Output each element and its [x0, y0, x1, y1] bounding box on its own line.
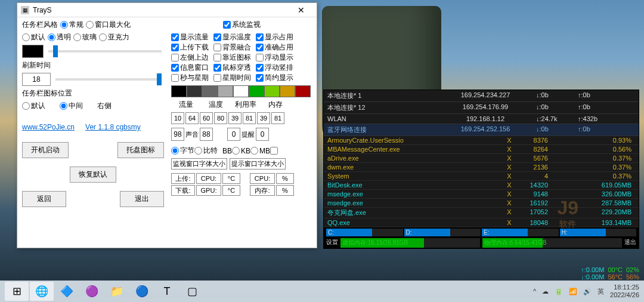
restore-button[interactable]: 恢复默认 [70, 167, 116, 183]
check-背景融合[interactable]: 背景融合 [213, 42, 251, 53]
titlebar[interactable]: ▦ TrayS ✕ [17, 3, 317, 17]
color-swatches[interactable] [171, 85, 312, 97]
process-row: MBAMessageCenter.exeX82640.56% [324, 145, 639, 154]
close-button[interactable]: ✕ [289, 5, 313, 15]
refresh-value[interactable]: 18 [22, 73, 51, 86]
radio-mb[interactable]: MB [250, 147, 270, 155]
site-link[interactable]: www.52PoJie.cn [22, 123, 75, 131]
check-浮动竖排[interactable]: 浮动竖排 [256, 63, 293, 73]
monitor-exit[interactable]: 退出 [624, 238, 636, 248]
disk-bar: E: [482, 229, 559, 236]
process-row: aDrive.exeX56760.37% [324, 154, 639, 163]
battery-icon[interactable]: 🔋 [555, 288, 563, 295]
window-title: TrayS [33, 6, 289, 14]
net-row: 本地连接* 1169.254.234.227↓:0b↑:0b [324, 90, 639, 102]
taskbar-app-3[interactable]: 🟣 [80, 282, 104, 301]
check-显示温度[interactable]: 显示温度 [213, 32, 251, 42]
taskbar-app-7[interactable]: ▢ [180, 282, 204, 301]
opacity-slider[interactable] [48, 50, 162, 53]
wifi-icon[interactable]: 📶 [569, 288, 577, 295]
taskbar-app-0[interactable]: ⊞ [5, 282, 29, 301]
taskbar[interactable]: ⊞🌐🔷🟣📁🔵T▢ ^ ☁ 🔋 📶 🔊 英 18:11:252022/4/26 [0, 281, 644, 302]
radio-bit[interactable]: 比特 [194, 146, 218, 156]
trays-settings-window: ▦ TrayS ✕ 任务栏风格 常规 窗口最大化 默认 透明 玻璃 亚克力 刷新… [17, 2, 317, 248]
taskbar-style-group: 任务栏风格 常规 窗口最大化 [22, 20, 164, 30]
taskbar-app-4[interactable]: 📁 [105, 282, 129, 301]
tray-stats: ↑:0.00M00°C02% ↓:0.00M56°C56% [581, 266, 639, 281]
check-简约显示[interactable]: 简约显示 [256, 73, 293, 83]
ime-indicator[interactable]: 英 [597, 287, 604, 296]
check-靠近图标[interactable]: 靠近图标 [213, 53, 251, 63]
radio-kb[interactable]: KB [232, 147, 250, 155]
check-信息窗口[interactable]: 信息窗口 [171, 63, 209, 73]
disk-bar: H: [560, 229, 637, 236]
radio-maximize[interactable]: 窗口最大化 [86, 20, 131, 30]
disk-bar: D: [404, 229, 481, 236]
version-link[interactable]: Ver 1.1.8 cgbsmy [85, 123, 141, 131]
refresh-label: 刷新时间 [22, 60, 164, 70]
iconpos-label: 任务栏图标位置 [22, 88, 164, 98]
back-button[interactable]: 返回 [22, 191, 66, 207]
autostart-button[interactable]: 开机启动 [22, 142, 69, 158]
disk-bar: C: [326, 229, 403, 236]
onedrive-icon[interactable]: ☁ [542, 288, 549, 295]
net-row: 蓝牙网络连接169.254.252.156↓:0b↑:0b [324, 124, 639, 136]
check-左侧上边[interactable]: 左侧上边 [171, 53, 209, 63]
process-row: BitDesk.exeX14320619.05MB [324, 181, 639, 190]
check-鼠标穿透[interactable]: 鼠标穿透 [213, 63, 251, 73]
check-显示占用[interactable]: 显示占用 [256, 32, 293, 42]
net-row: WLAN192.168.1.12↓:24.7k↑:432b [324, 114, 639, 124]
monitor-settings[interactable]: 设置 [326, 238, 338, 248]
transparency-group: 默认 透明 玻璃 亚克力 [22, 32, 164, 42]
process-row: msedge.exeX16192287.58MB [324, 199, 639, 208]
radio-glass[interactable]: 玻璃 [73, 32, 97, 42]
check-上传下载[interactable]: 上传下载 [171, 42, 209, 53]
process-row: SystemX40.37% [324, 172, 639, 181]
clock[interactable]: 18:11:252022/4/26 [610, 283, 639, 299]
check-秒与星期[interactable]: 秒与星期 [171, 73, 209, 83]
radio-byte[interactable]: 字节 [171, 146, 194, 156]
app-icon: ▦ [21, 6, 29, 14]
process-row: ArmouryCrate.UserSessioX83760.93% [324, 136, 639, 145]
exit-button[interactable]: 退出 [120, 191, 164, 207]
color-preview[interactable] [22, 45, 44, 58]
radio-transparent[interactable]: 透明 [48, 32, 71, 42]
process-row: 夸克网盘.exeX17052229.20MB [324, 208, 639, 218]
radio-acrylic[interactable]: 亚克力 [99, 32, 129, 42]
radio-normal[interactable]: 常规 [60, 20, 83, 30]
pos-right-label: 右侧 [97, 101, 112, 111]
check-sysmon[interactable]: 系统监视 [223, 20, 261, 30]
system-monitor-overlay: 本地连接* 1169.254.234.227↓:0b↑:0b本地连接* 1216… [323, 90, 639, 249]
taskbar-app-5[interactable]: 🔵 [130, 282, 154, 301]
check-extra[interactable] [270, 147, 278, 155]
check-显示流量[interactable]: 显示流量 [171, 32, 209, 42]
refresh-slider[interactable] [55, 78, 162, 81]
taskbar-app-6[interactable]: T [155, 282, 179, 301]
chevron-up-icon[interactable]: ^ [533, 288, 536, 295]
check-准确占用[interactable]: 准确占用 [256, 42, 293, 53]
taskbar-app-1[interactable]: 🌐 [30, 282, 54, 301]
process-row: msedge.exeX9148326.00MB [324, 190, 639, 199]
trayicon-button[interactable]: 托盘图标 [117, 142, 164, 158]
process-row: QQ.exeX18048193.14MB [324, 218, 639, 227]
radio-pos-default[interactable]: 默认 [22, 101, 45, 111]
system-tray[interactable]: ^ ☁ 🔋 📶 🔊 英 18:11:252022/4/26 [533, 283, 639, 299]
radio-pos-center[interactable]: 中间 [60, 101, 83, 111]
check-浮动显示[interactable]: 浮动显示 [256, 53, 293, 63]
tooltip-font-label[interactable]: 提示窗口字体大小 [230, 158, 286, 170]
taskbar-app-2[interactable]: 🔷 [55, 282, 79, 301]
radio-default[interactable]: 默认 [22, 32, 45, 42]
net-row: 本地连接* 12169.254.176.99↓:0b↑:0b [324, 102, 639, 114]
check-星期时间[interactable]: 星期时间 [213, 73, 251, 83]
volume-icon[interactable]: 🔊 [583, 288, 592, 295]
monitor-font-label[interactable]: 监视窗口字体大小 [171, 158, 227, 170]
process-row: dwm.exeX21360.37% [324, 163, 639, 172]
